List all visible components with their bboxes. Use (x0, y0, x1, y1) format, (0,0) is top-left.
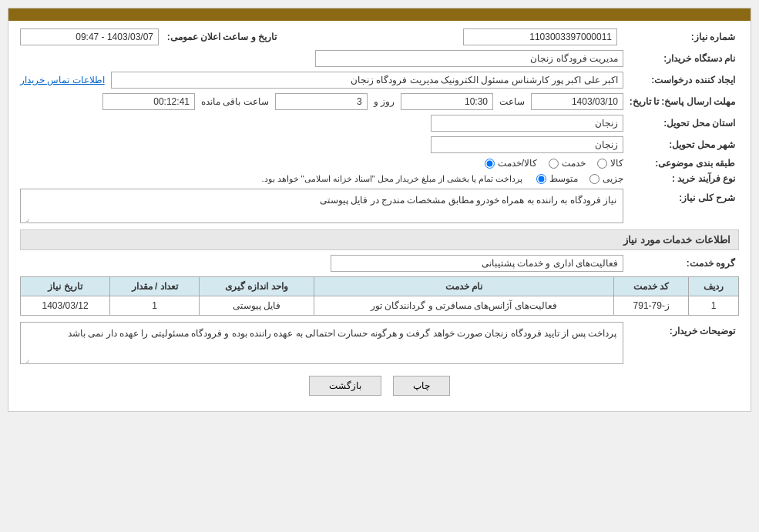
announcement-date-label: تاریخ و ساعت اعلان عمومی: (165, 32, 280, 42)
col-row-num: ردیف (689, 277, 739, 296)
category-kala-label: کالا (610, 158, 623, 169)
city-label: شهر محل تحویل: (623, 139, 739, 150)
need-number-label: شماره نیاز: (623, 32, 739, 42)
creator-value: اکبر علی اکبر پور کارشناس مسئول الکترونی… (111, 72, 623, 89)
buyer-desc-resize-handle: ⌟ (20, 355, 29, 364)
reply-deadline-label: مهلت ارسال پاسخ: تا تاریخ: (623, 96, 739, 107)
purchase-type-label: نوع فرآیند خرید : (623, 173, 739, 184)
category-khadamat-item[interactable]: خدمت (549, 158, 586, 169)
need-desc-value: نیاز فرودگاه به راننده به همراه خودرو مط… (20, 189, 623, 223)
table-row: 1ز-79-791فعالیت‌های آژانس‌های مسافرتی و … (21, 296, 739, 316)
cell-need_date: 1403/03/12 (21, 296, 110, 316)
reply-time-value: 10:30 (401, 93, 493, 110)
services-table: ردیف کد خدمت نام خدمت واحد اندازه گیری ت… (20, 276, 739, 316)
reply-days-value: 3 (275, 93, 368, 110)
province-value: زنجان (431, 115, 623, 132)
button-row: چاپ بازگشت (20, 376, 739, 396)
category-label: طبقه بندی موضوعی: (623, 158, 739, 169)
reply-remaining-value: 00:12:41 (102, 93, 195, 110)
purchase-jozei-label: جزیی (603, 173, 623, 184)
buyer-desc-value: پرداخت پس از تایید فرودگاه زنجان صورت خو… (20, 322, 623, 364)
category-radio-group: کالا خدمت کالا/خدمت (485, 158, 623, 169)
creator-label: ایجاد کننده درخواست: (623, 75, 739, 85)
purchase-note: پرداخت تمام یا بخشی از مبلغ خریدار محل "… (261, 174, 522, 184)
resize-handle: ⌟ (20, 214, 29, 223)
col-quantity: تعداد / مقدار (110, 277, 200, 296)
category-kala-khadamat-item[interactable]: کالا/خدمت (485, 158, 537, 169)
col-need-date: تاریخ نیاز (21, 277, 110, 296)
province-label: استان محل تحویل: (623, 118, 739, 129)
services-section-title: اطلاعات خدمات مورد نیاز (20, 229, 739, 250)
category-khadamat-radio[interactable] (549, 159, 559, 169)
category-kala-radio[interactable] (597, 159, 607, 169)
need-desc-label: شرح کلی نیاز: (623, 192, 739, 203)
contact-link[interactable]: اطلاعات تماس خریدار (20, 75, 105, 85)
reply-remaining-label: ساعت باقی مانده (201, 96, 269, 107)
col-service-name: نام خدمت (314, 277, 614, 296)
print-button[interactable]: چاپ (393, 376, 450, 396)
buyer-org-value: مدیریت فرودگاه زنجان (315, 50, 623, 67)
reply-time-label: ساعت (499, 96, 525, 107)
need-number-value: 1103003397000011 (463, 28, 617, 45)
purchase-motavasset-radio[interactable] (536, 174, 546, 184)
col-service-code: کد خدمت (614, 277, 689, 296)
category-kala-item[interactable]: کالا (597, 158, 623, 169)
category-khadamat-label: خدمت (562, 158, 586, 169)
category-kala-khadamat-radio[interactable] (485, 159, 495, 169)
page-header (8, 8, 751, 21)
purchase-radio-group: جزیی متوسط (536, 173, 623, 184)
reply-date-value: 1403/03/10 (531, 93, 623, 110)
cell-row_num: 1 (689, 296, 739, 316)
buyer-desc-label: توضیحات خریدار: (623, 326, 739, 336)
cell-service_code: ز-79-791 (614, 296, 689, 316)
cell-service_name: فعالیت‌های آژانس‌های مسافرتی و گردانندگا… (314, 296, 614, 316)
purchase-motavasset-label: متوسط (549, 173, 578, 184)
service-group-value: فعالیت‌های اداری و خدمات پشتیبانی (331, 255, 623, 272)
city-value: زنجان (431, 136, 623, 153)
purchase-jozei-radio[interactable] (589, 174, 599, 184)
service-group-label: گروه خدمت: (623, 258, 739, 269)
cell-quantity: 1 (110, 296, 200, 316)
reply-days-label: روز و (374, 96, 395, 107)
cell-unit: فایل پیوستی (200, 296, 314, 316)
purchase-jozei-item[interactable]: جزیی (589, 173, 623, 184)
category-kala-khadamat-label: کالا/خدمت (498, 158, 537, 169)
back-button[interactable]: بازگشت (309, 376, 381, 396)
purchase-motavasset-item[interactable]: متوسط (536, 173, 578, 184)
announcement-date-value: 1403/03/07 - 09:47 (20, 28, 159, 45)
buyer-org-label: نام دستگاه خریدار: (623, 53, 739, 64)
col-unit: واحد اندازه گیری (200, 277, 314, 296)
